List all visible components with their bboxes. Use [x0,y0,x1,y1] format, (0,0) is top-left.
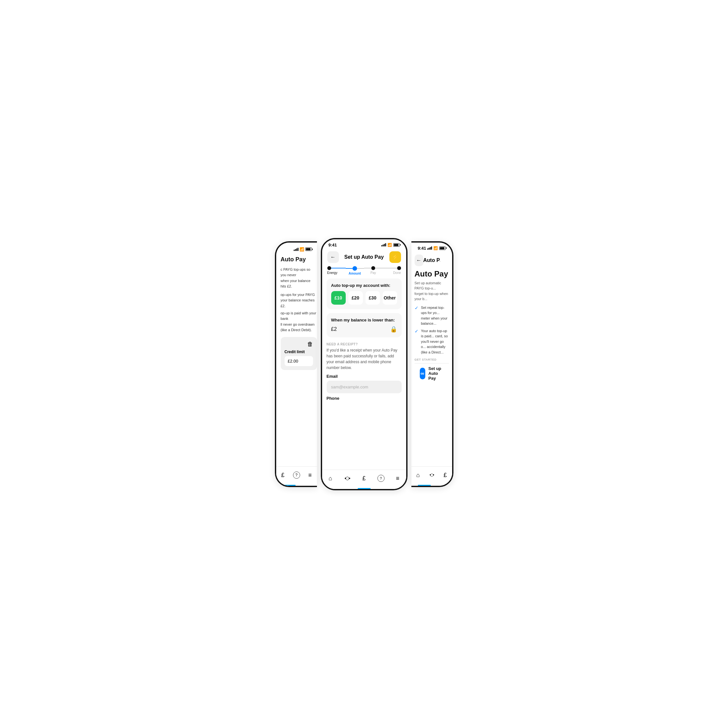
step-line-1 [331,268,346,268]
right-battery-icon [439,246,446,250]
receipt-body: If you'd like a receipt when your Auto P… [327,347,402,371]
receipt-heading: NEED A RECEIPT? [327,343,402,346]
check-text-1: Set repeat top-ups for yo... meter when … [421,305,449,326]
step-line-3 [357,268,364,269]
step-pay: Pay [364,266,382,275]
left-body-3: op-up is paid with your bankll never go … [281,310,317,333]
center-bottom-nav: ⌂ •⬡• £ ? ≡ [322,470,406,489]
center-phone: 9:41 📶 ← Set up Auto Pay [321,238,407,490]
credit-limit-label: Credit limit [284,350,313,354]
center-header: ← Set up Auto Pay ⚡ [322,249,406,264]
amount-section-label: Auto top-up my account with: [331,283,397,288]
check-item-2: ✓ Your auto top-up is paid... card, so y… [414,328,449,355]
left-body-2: op-ups for your PAYGyour balance reaches… [281,292,317,309]
right-status-bar: 9:41 📶 [411,243,452,252]
right-dots-icon: •⬡• [430,473,433,477]
left-title: Auto Pay [281,256,317,263]
check-icon-1: ✓ [414,305,419,310]
right-back-icon: ← [416,257,421,263]
step-dot-done [397,266,401,270]
right-status-icons: 📶 [427,246,446,250]
step-label-amount: Amount [349,272,361,275]
right-main-title: Auto Pay [414,269,449,278]
lightning-icon: ⚡ [392,254,399,261]
cta-label: Set up Auto Pay [428,366,444,381]
step-label-energy: Energy [327,271,338,275]
signal-icon [381,243,386,246]
right-back-button[interactable]: ← [414,254,423,266]
stepper: Energy Amount [322,264,406,277]
right-wifi-icon: 📶 [433,246,438,250]
receipt-section: NEED A RECEIPT? If you'd like a receipt … [322,339,406,404]
amount-grid: £10 £20 £30 Other [331,291,397,305]
step-energy: Energy [327,266,346,275]
right-divider [414,363,449,364]
credit-value: £2.00 [284,356,313,366]
right-bottom-nav: ⌂ •⬡• £ [411,466,452,486]
right-nav-home[interactable]: ⌂ [411,472,425,479]
step-label-pay: Pay [370,271,376,275]
trash-icon[interactable]: 🗑 [284,341,313,348]
setup-autopay-button[interactable]: ∞ Set up Auto Pay [420,366,444,381]
left-nav-indicator [283,485,295,486]
check-icon-2: ✓ [414,329,419,334]
center-nav-pound[interactable]: £ [356,475,373,482]
right-time: 9:41 [418,246,426,251]
step-line-4 [364,268,372,268]
left-phone: 📶 Auto Pay c PAYG top-ups so you neverwh… [275,241,317,487]
step-line-5 [375,268,382,268]
step-dot-energy [327,266,331,270]
right-content: Auto Pay Set up automatic PAYG top-u...f… [411,268,452,381]
get-started-label: GET STARTED [414,358,449,361]
left-nav-menu[interactable]: ≡ [303,472,317,479]
left-bottom-nav: £ ? ≡ [276,466,317,486]
center-nav-help[interactable]: ? [373,475,389,482]
center-status-icons: 📶 [381,243,400,247]
right-pound-icon: £ [444,472,447,479]
email-label: Email [327,374,402,379]
battery-icon [393,243,400,247]
right-header: ← Auto Pay [411,252,452,268]
phone-label: Phone [327,396,402,401]
left-body-1: c PAYG top-ups so you neverwhen your bal… [281,267,317,289]
center-status-bar: 9:41 📶 [322,239,406,249]
amount-20-button[interactable]: £20 [348,291,363,305]
amount-10-button[interactable]: £10 [331,291,346,305]
amount-other-button[interactable]: Other [382,291,397,305]
check-text-2: Your auto top-up is paid... card, so you… [421,328,449,355]
right-phone: 9:41 📶 ← Auto Pay [411,241,453,487]
home-icon: ⌂ [329,475,332,482]
credit-card: 🗑 Credit limit £2.00 [281,337,317,370]
step-dot-pay [371,266,375,270]
center-nav-home[interactable]: ⌂ [322,475,339,482]
step-dot-amount [353,266,357,271]
balance-label: When my balance is lower than: [331,318,397,323]
right-nav-journey[interactable]: •⬡• [425,473,439,477]
amount-30-button[interactable]: £30 [366,291,380,305]
center-nav-indicator [358,488,371,489]
back-arrow-icon: ← [330,254,336,260]
right-body: Set up automatic PAYG top-u...forget to … [414,280,449,302]
scene: 📶 Auto Pay c PAYG top-ups so you neverwh… [219,219,510,510]
cta-icon: ∞ [420,368,425,379]
lock-icon: 🔒 [390,326,397,333]
step-label-done: Done [393,271,401,275]
step-line-6 [382,268,397,268]
email-input[interactable]: sam@example.com [327,381,402,393]
check-item-1: ✓ Set repeat top-ups for yo... meter whe… [414,305,449,326]
step-amount: Amount [346,266,364,275]
center-time: 9:41 [329,243,337,248]
center-screen: 9:41 📶 ← Set up Auto Pay [322,239,406,489]
amount-section: Auto top-up my account with: £10 £20 £30… [327,278,402,309]
step-done: Done [382,266,401,275]
right-nav-pound[interactable]: £ [439,472,452,479]
left-nav-help[interactable]: ? [290,471,303,479]
center-nav-journey[interactable]: •⬡• [339,476,356,481]
lightning-button[interactable]: ⚡ [389,251,401,263]
center-nav-menu[interactable]: ≡ [389,475,406,482]
wifi-icon: 📶 [387,243,392,247]
right-header-title: Auto Pay [423,257,440,263]
left-nav-pound[interactable]: £ [276,472,290,479]
back-button[interactable]: ← [327,251,339,263]
dots-icon: •⬡• [345,476,350,481]
